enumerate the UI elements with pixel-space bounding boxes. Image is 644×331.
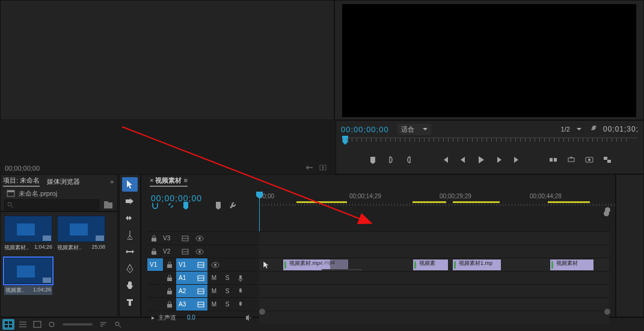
svg-rect-11	[104, 202, 112, 208]
svg-rect-29	[167, 264, 172, 268]
zoom-scroll-left[interactable]	[259, 309, 265, 315]
clip-video-2[interactable]: 视频素	[413, 260, 448, 270]
ripple-edit-tool[interactable]	[122, 211, 138, 225]
timeline-ruler[interactable]: 00;00 00;00;14;29 00;00;29;29 00;00;44;2…	[259, 193, 609, 207]
play-button[interactable]	[475, 154, 487, 165]
mute-button[interactable]: M	[207, 272, 221, 284]
audio-meters	[616, 174, 644, 317]
track-header-a2[interactable]: A2 M S	[147, 284, 257, 297]
source-monitor	[0, 0, 334, 120]
svg-rect-6	[604, 157, 607, 160]
svg-rect-17	[34, 321, 41, 327]
extract-button[interactable]	[565, 154, 577, 165]
track-header-v1[interactable]: V1 V1	[147, 258, 257, 271]
mark-out-button[interactable]	[403, 154, 415, 165]
program-monitor	[334, 0, 644, 120]
svg-point-19	[115, 322, 119, 326]
voice-over-icon[interactable]	[234, 272, 247, 284]
slip-tool[interactable]	[122, 244, 138, 259]
list-view-button[interactable]	[17, 319, 29, 330]
export-frame-button[interactable]	[583, 154, 595, 165]
mark-in-button[interactable]	[385, 154, 397, 165]
toggle-track-output-icon[interactable]	[192, 232, 207, 244]
type-tool[interactable]	[122, 295, 138, 309]
timeline-panel: × 视频素材 ≡ 00;00;00;00 00;00 00;00;14;29 0…	[141, 174, 616, 317]
find-icon[interactable]	[112, 319, 124, 330]
tab-project[interactable]: 项目: 未命名	[3, 176, 40, 187]
project-bin[interactable]: 视频素材..1;04;26 视频素材..25;08 视频素..1;04;26	[0, 211, 118, 317]
insert-icon[interactable]	[304, 163, 315, 173]
source-patch-v1[interactable]: V1	[147, 258, 163, 271]
search-icon	[7, 201, 14, 208]
svg-rect-12	[104, 201, 108, 203]
svg-rect-16	[9, 325, 12, 327]
clip-video-4[interactable]: 视频素材	[550, 260, 593, 270]
zoom-slider-icon[interactable]	[46, 319, 58, 330]
sync-lock-icon[interactable]	[179, 232, 192, 244]
track-header-a1[interactable]: A1 M S	[147, 271, 257, 284]
clip-thumbnail[interactable]: 视频素材..1;04;26	[4, 216, 52, 252]
source-timecode[interactable]: 00;00;00;00	[5, 165, 40, 172]
program-video-area[interactable]	[342, 4, 636, 117]
icon-view-button[interactable]	[2, 319, 14, 330]
track-select-tool[interactable]	[122, 194, 138, 208]
lift-button[interactable]	[547, 154, 559, 165]
resolution-dropdown[interactable]: 1/2	[561, 126, 581, 133]
fit-dropdown[interactable]: 适合	[397, 124, 431, 135]
timeline-settings-icon[interactable]	[215, 201, 222, 210]
hand-tool[interactable]	[122, 278, 138, 293]
svg-rect-14	[9, 321, 12, 324]
add-marker-button[interactable]	[367, 154, 379, 165]
master-track[interactable]: ▸ 主声道 0.0	[147, 311, 257, 324]
cursor-icon	[263, 261, 270, 269]
go-to-in-button[interactable]	[439, 154, 451, 165]
clip-video-3[interactable]: 视频素材1.mp	[453, 260, 501, 270]
settings-icon[interactable]	[590, 124, 600, 134]
step-forward-button[interactable]	[493, 154, 505, 165]
svg-rect-36	[167, 291, 172, 294]
svg-point-24	[198, 237, 201, 240]
svg-rect-35	[239, 275, 242, 279]
svg-point-18	[49, 322, 54, 327]
wrench-icon[interactable]	[229, 201, 238, 210]
selection-tool[interactable]	[122, 177, 138, 192]
add-marker-icon[interactable]	[182, 201, 189, 210]
freeform-view-button[interactable]	[31, 319, 43, 330]
thumbnail-zoom-slider[interactable]	[63, 323, 93, 326]
track-header-v2[interactable]: V2	[147, 244, 257, 258]
svg-rect-21	[152, 238, 156, 241]
track-header-a3[interactable]: A3 M S	[147, 297, 257, 311]
svg-rect-7	[607, 160, 611, 163]
pen-tool[interactable]	[122, 261, 138, 276]
tool-panel	[119, 174, 141, 317]
sequence-tab[interactable]: 视频素材	[155, 177, 182, 184]
zoom-scroll-right[interactable]	[604, 309, 610, 315]
go-to-out-button[interactable]	[511, 154, 523, 165]
linked-selection-icon[interactable]	[167, 201, 175, 210]
track-header-v3[interactable]: V3	[147, 231, 257, 244]
tab-media-browser[interactable]: 媒体浏览器	[47, 177, 80, 186]
clip-thumbnail[interactable]: 视频素材..25;08	[57, 216, 105, 252]
lock-icon[interactable]	[147, 232, 161, 244]
svg-rect-25	[152, 251, 156, 255]
sort-icon[interactable]	[97, 319, 109, 330]
clip-thumbnail-selected[interactable]: 视频素..1;04;26	[4, 258, 52, 295]
solo-button[interactable]: S	[221, 272, 234, 284]
svg-point-32	[214, 264, 216, 266]
program-timecode[interactable]: 00;00;00;00	[341, 125, 389, 134]
step-back-button[interactable]	[457, 154, 469, 165]
expand-icon[interactable]: ▸	[147, 314, 158, 321]
program-duration: 00;01;30;	[603, 125, 639, 133]
new-bin-button[interactable]	[103, 200, 114, 210]
master-volume[interactable]: 0.0	[187, 314, 195, 321]
timeline-tracks-area[interactable]: 视频素材.mp4 .mp4 -00;00;06;11 视频素 视频素材1.mp …	[259, 231, 609, 324]
sound-icon[interactable]	[244, 314, 252, 321]
program-scrubber[interactable]	[342, 138, 637, 151]
project-search-input[interactable]	[4, 199, 99, 210]
razor-tool[interactable]	[122, 228, 138, 242]
snap-icon[interactable]	[151, 201, 159, 210]
overwrite-icon[interactable]	[319, 163, 330, 173]
comparison-view-button[interactable]	[601, 154, 613, 165]
svg-point-5	[588, 159, 590, 161]
panel-menu-icon[interactable]: »	[110, 178, 114, 185]
